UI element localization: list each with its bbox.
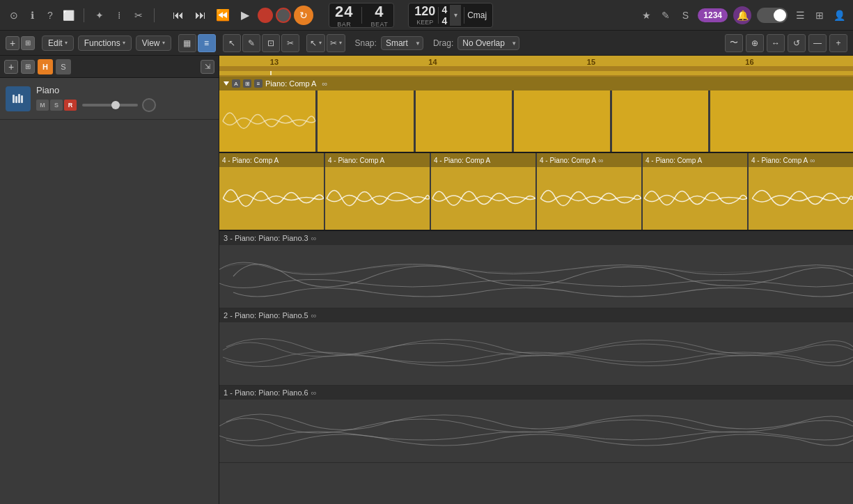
clip-4-header: 4 - Piano: Comp A ∞	[537, 153, 641, 167]
sub-track-1-waveform	[219, 245, 853, 308]
transport-controls: ⏮ ⏭ ⏪ ▶ ↻	[169, 6, 313, 25]
clip-1-header: 4 - Piano: Comp A	[219, 153, 324, 167]
volume-slider[interactable]	[82, 104, 138, 107]
yellow-clip-6[interactable]: 4 - Piano: Comp A ∞	[749, 153, 853, 230]
clip-1-label: 4 - Piano: Comp A	[222, 157, 279, 164]
ruler-mark-15: 15	[587, 58, 595, 66]
waveform-tool[interactable]: 〜	[725, 34, 743, 52]
yellow-clip-5[interactable]: 4 - Piano: Comp A	[643, 153, 749, 230]
view-menu[interactable]: View ▾	[136, 36, 171, 51]
app-icon-2[interactable]: ℹ	[25, 8, 39, 22]
scissors-icon: ✂	[330, 38, 337, 48]
functions-arrow: ▾	[123, 40, 125, 46]
h-button[interactable]: H	[38, 59, 53, 74]
time-sig-chevron[interactable]: ▾	[450, 5, 461, 26]
pencil-tool[interactable]: ✎	[242, 34, 260, 52]
left-panel-empty	[0, 120, 219, 504]
play-button[interactable]: ▶	[235, 6, 255, 25]
track-controls-left[interactable]: ⊞	[21, 60, 35, 74]
app-icon-4[interactable]: ⬜	[61, 8, 75, 22]
capture-button[interactable]	[276, 8, 291, 23]
add-track-button[interactable]: +	[6, 36, 19, 50]
comp-track-icon-b: ⊞	[243, 79, 251, 88]
left-panel: + ⊞ H S ⇲ Piano M S R	[0, 56, 219, 504]
svg-rect-7	[318, 90, 414, 152]
svg-rect-17	[325, 167, 430, 230]
ruler-mark-14: 14	[428, 58, 437, 66]
s-button[interactable]: S	[56, 59, 71, 74]
drag-select[interactable]: No Overlap	[457, 36, 519, 50]
app-icon-3[interactable]: ?	[43, 8, 57, 22]
tracks-container[interactable]: A ⊞ ≡ Piano: Comp A ∞	[219, 77, 853, 504]
app-icons: ⊙ ℹ ? ⬜	[7, 8, 75, 22]
bell-icon[interactable]: 🔔	[733, 6, 751, 24]
cursor2-tool[interactable]: ⊕	[746, 34, 764, 52]
piano-track-row: Piano M S R	[0, 78, 219, 120]
comp-track-expand-icon[interactable]	[224, 81, 229, 86]
svg-rect-16	[219, 167, 324, 230]
marquee-tool[interactable]: ⊡	[262, 34, 280, 52]
track-info: Piano M S R	[36, 85, 213, 112]
user-badge[interactable]: 1234	[698, 8, 728, 22]
minus-tool[interactable]: —	[808, 34, 827, 52]
app-icon-1[interactable]: ⊙	[7, 8, 21, 22]
key-value: Cmaj	[467, 10, 487, 20]
sub-track-1-label: 3 - Piano: Piano: Piano.3	[224, 234, 308, 242]
s-icon[interactable]: S	[678, 8, 692, 22]
back-button[interactable]: ⏪	[213, 6, 233, 25]
pencil-icon[interactable]: ✎	[659, 8, 673, 22]
fast-forward-button[interactable]: ⏭	[191, 6, 210, 25]
toggle-switch[interactable]	[757, 8, 788, 23]
edit-menu[interactable]: Edit ▾	[42, 36, 74, 51]
keep-label: KEEP	[416, 19, 433, 26]
loop-tool[interactable]: ↺	[788, 34, 806, 52]
scissors-tool[interactable]: ✂	[281, 34, 299, 52]
toggle-knob	[774, 9, 786, 22]
view-label: View	[142, 38, 160, 48]
svg-rect-10	[512, 90, 514, 152]
person-icon[interactable]: 👤	[832, 8, 846, 22]
sub-track-3-link: ∞	[311, 388, 317, 397]
svg-rect-22	[219, 245, 853, 308]
record-button[interactable]	[258, 8, 273, 23]
expand-button[interactable]: ⇲	[201, 60, 214, 74]
rec-track-button[interactable]: R	[64, 100, 77, 111]
add-track-left-button[interactable]: +	[4, 60, 18, 74]
functions-menu[interactable]: Functions ▾	[78, 36, 132, 51]
clip-2-label: 4 - Piano: Comp A	[328, 157, 384, 164]
sub-track-1: 3 - Piano: Piano: Piano.3 ∞	[219, 231, 853, 308]
scissors-select-group[interactable]: ✂ ▾	[327, 34, 345, 52]
list-icon[interactable]: ☰	[793, 8, 807, 22]
solo-button[interactable]: S	[50, 100, 63, 111]
sep1	[84, 8, 84, 22]
track-controls-toggle[interactable]: ⊞	[21, 36, 35, 50]
star-icon[interactable]: ★	[639, 8, 653, 22]
yellow-clip-4[interactable]: 4 - Piano: Comp A ∞	[537, 153, 643, 230]
display-icon-1[interactable]: ✦	[93, 8, 107, 22]
plus-tool[interactable]: +	[829, 34, 847, 52]
grid-view-button[interactable]: ▦	[178, 34, 196, 52]
tempo-display: 120 KEEP 4 4 ▾ Cmaj	[408, 3, 493, 28]
resize-tool[interactable]: ↔	[767, 34, 785, 52]
sync-button[interactable]: ↻	[294, 6, 313, 25]
display-icon-2[interactable]: ⁞	[112, 8, 126, 22]
rewind-button[interactable]: ⏮	[169, 6, 188, 25]
yellow-clip-1[interactable]: 4 - Piano: Comp A	[219, 153, 325, 230]
comp-track: A ⊞ ≡ Piano: Comp A ∞	[219, 77, 853, 153]
yellow-clip-3[interactable]: 4 - Piano: Comp A	[431, 153, 537, 230]
time-div-3	[464, 7, 464, 24]
mute-button[interactable]: M	[36, 100, 49, 111]
pointer-tool[interactable]: ↖	[223, 34, 241, 52]
grid-icon[interactable]: ⊞	[813, 8, 827, 22]
edit-arrow: ▾	[65, 40, 68, 46]
secondary-toolbar: + ⊞ Edit ▾ Functions ▾ View ▾ ▦ ≡ ↖ ✎ ⊡ …	[0, 31, 853, 56]
snap-select[interactable]: Smart	[381, 36, 423, 50]
cursor-select-group[interactable]: ↖ ▾	[306, 34, 325, 52]
functions-label: Functions	[84, 38, 120, 48]
snap-label: Snap:	[355, 38, 377, 48]
pan-knob[interactable]	[142, 98, 156, 112]
svg-rect-5	[219, 90, 315, 152]
display-icon-3[interactable]: ✂	[132, 8, 146, 22]
yellow-clip-2[interactable]: 4 - Piano: Comp A	[325, 153, 431, 230]
list-view-button[interactable]: ≡	[198, 34, 216, 52]
